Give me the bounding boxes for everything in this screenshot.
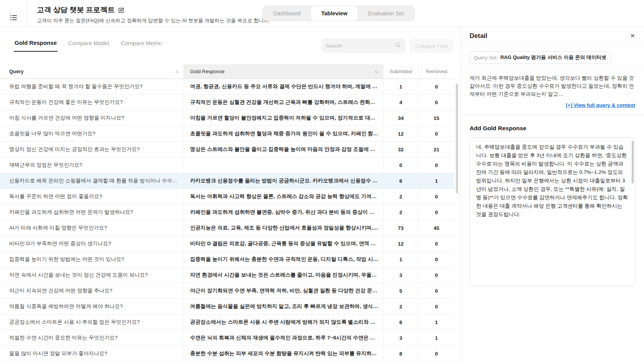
view-full-query-link[interactable]: [+] View full query & context: [566, 102, 635, 108]
close-icon[interactable]: ✕: [630, 33, 635, 39]
view-switcher: Dashboard Tableview Evaluation Set: [263, 6, 415, 21]
gold-response-cell: 인공지능은 의료, 교육, 제조 등 다양한 산업에서 효율성과 정밀성을 향상…: [184, 220, 383, 236]
divider: [460, 69, 644, 69]
gold-response-cell: 수면은 뇌의 회복과 신체의 재생에 필수적인 과정으로, 하루 7~8시간의 …: [184, 330, 383, 346]
gold-response-textarea[interactable]: 네, 주택담보대출을 중도에 갚으실 경우 수수료가 부과될 수 있습니다. 보…: [470, 138, 635, 286]
submitted-cell: 5: [383, 283, 419, 298]
query-cell: 적절한 수면 시간이 중요한 이유는 무엇인가요?: [0, 330, 184, 346]
table-row[interactable]: 아침 식사를 거르면 건강에 어떤 영향을 미치나요?아침을 거르면 혈당이 불…: [0, 110, 454, 126]
table-row[interactable]: 신용카드로 해외 온라인 쇼핑몰에서 결제할 때 환율 적용 방식이나 수수료 …: [0, 173, 454, 189]
table-row[interactable]: 규칙적인 운동이 건강에 좋은 이유는 무엇인가요?규칙적인 운동은 심혈관 건…: [0, 95, 454, 110]
submitted-cell: 6: [383, 314, 419, 330]
column-header-query: Query: [9, 69, 24, 74]
query-set-chip: Query Set: RAG Quality 평가용 서비스 이용 문의 데이터…: [470, 51, 611, 64]
removed-cell: 1: [419, 173, 454, 188]
gold-response-cell: 카카오뱅크 신용점수를 올리는 방법이 궁금하시군요. 카카오뱅크에서 신용점수…: [184, 173, 383, 188]
tab-compare-metric[interactable]: Compare Metric: [120, 39, 163, 52]
search-icon: [395, 42, 401, 49]
removed-cell: 0: [419, 205, 454, 220]
submitted-cell: 32: [383, 142, 419, 157]
tab-compare-model[interactable]: Compare Model: [67, 39, 110, 52]
column-header-removed: Removed: [419, 64, 454, 79]
submitted-cell: 3: [383, 330, 419, 346]
submitted-cell: 6: [383, 173, 419, 188]
gold-response-cell: 여름철에는 음식물을 실온에 방치하지 말고, 조리 후 빠르게 냉장 보관하며…: [184, 299, 383, 314]
table-scrollbar[interactable]: [456, 84, 458, 193]
removed-cell: 0: [419, 252, 454, 267]
column-header-gold-response: Gold Response: [190, 69, 225, 74]
edit-pencil-icon[interactable]: [118, 7, 125, 13]
tab-gold-response[interactable]: Gold Response: [14, 39, 58, 52]
table-row[interactable]: 집중력을 높이기 위한 방법에는 어떤 것이 있나요?집중력을 높이기 위해서는…: [0, 252, 454, 267]
table-row[interactable]: 명상이 정신 건강에 미치는 긍정적인 효과는 무엇인가요?명상은 스트레스와 …: [0, 142, 454, 157]
tab-tableview[interactable]: Tableview: [311, 6, 358, 21]
search-input-wrapper: [321, 38, 406, 53]
query-cell: 물을 많이 마시면 정말 피부가 좋아지나요?: [0, 346, 184, 361]
page-subtitle: 고객이 자주 묻는 질문(FAQ)에 신속하고 정확하게 답변할 수 있는 AI…: [37, 17, 270, 24]
query-set-label: Query Set:: [474, 55, 498, 61]
query-cell: 아침 식사를 거르면 건강에 어떤 영향을 미치나요?: [0, 110, 184, 126]
removed-cell: 0: [419, 157, 454, 173]
detail-panel: Detail ✕ Query Set: RAG Quality 평가용 서비스 …: [460, 27, 644, 362]
tab-evaluation-set[interactable]: Evaluation Set: [358, 6, 414, 21]
add-gold-response-title: Add Gold Response: [470, 125, 635, 132]
removed-cell: 0: [419, 95, 454, 110]
collapse-filter-button[interactable]: Collapse Filter: [409, 39, 454, 53]
query-preview-text: 제가 최근에 주택담보대출을 받았는데, 생각보다 빨리 상환할 수 있을 것 …: [470, 74, 635, 98]
textarea-scrollbar[interactable]: [632, 141, 634, 183]
gold-response-cell: 비타민 D 결핍은 피로감, 골다공증, 근육통 등의 증상을 유발할 수 있으…: [184, 236, 383, 251]
sort-icon-gold-response[interactable]: ↑↓: [375, 69, 378, 74]
gold-response-cell: 독서는 어휘력과 사고력 향상은 물론, 스트레스 감소와 공감 능력 향상에도…: [184, 189, 383, 204]
gold-response-cell: 여권, 항공권, 신용카드 등 주요 서류와 결제 수단은 반드시 챙겨야 하며…: [184, 79, 383, 94]
gold-response-cell: 야근이 장기화되면 수면 부족, 면역력 저하, 비만, 심혈관 질환 등 다양…: [184, 283, 383, 298]
table-row[interactable]: 재택근무의 장점은 무엇인가요?00: [0, 157, 454, 173]
query-cell: 초콜릿을 너무 많이 먹으면 어떤가요?: [0, 126, 184, 141]
gold-response-cell: 아침을 거르면 혈당이 불안정해지고 집중력이 저하될 수 있으며, 장기적으로…: [184, 110, 383, 126]
table-body: 유럽 여행을 준비할 때 꼭 챙겨야 할 필수품은 무엇인가요?여권, 항공권,…: [0, 79, 454, 362]
submitted-cell: 2: [383, 189, 419, 204]
table-row[interactable]: 자연 속에서 시간을 보내는 것이 정신 건강에 도움이 되나요?자연 환경에서…: [0, 267, 454, 283]
divider: [460, 115, 644, 115]
removed-cell: 0: [419, 126, 454, 141]
gold-response-cell: 공공장소에서는 스마트폰 사용 시 주변 사람에게 방해가 되지 않도록 벨소리…: [184, 314, 383, 330]
query-cell: 공공장소에서 스마트폰 사용 시 주의할 점은 무엇인가요?: [0, 314, 184, 330]
query-cell: AI가 미래 사회에 미칠 영향은 무엇인가요?: [0, 220, 184, 236]
sub-tabs: Gold Response Compare Model Compare Metr…: [14, 39, 162, 52]
gold-response-cell: 충분한 수분 섭취는 피부 세포의 수분 함량을 유지시켜 탄력 있는 피부를 …: [184, 346, 383, 361]
query-cell: 자연 속에서 시간을 보내는 것이 정신 건강에 도움이 되나요?: [0, 267, 184, 283]
submitted-cell: 3: [383, 267, 419, 283]
table-row[interactable]: 초콜릿을 너무 많이 먹으면 어떤가요?초콜릿을 과도하게 섭취하면 혈당과 체…: [0, 126, 454, 142]
removed-cell: 0: [419, 267, 454, 283]
gold-response-cell: 초콜릿을 과도하게 섭취하면 혈당과 체중 증가의 원인이 될 수 있으며, 카…: [184, 126, 383, 141]
detail-panel-title: Detail: [470, 32, 487, 40]
table-row[interactable]: AI가 미래 사회에 미칠 영향은 무엇인가요?인공지능은 의료, 교육, 제조…: [0, 220, 454, 236]
table-row[interactable]: 공공장소에서 스마트폰 사용 시 주의할 점은 무엇인가요?공공장소에서는 스마…: [0, 314, 454, 330]
table-section: Gold Response Compare Model Compare Metr…: [0, 27, 460, 362]
removed-cell: 0: [419, 189, 454, 204]
removed-cell: 0: [419, 283, 454, 298]
removed-cell: 0: [419, 346, 454, 361]
removed-cell: 21: [419, 142, 454, 157]
table-row[interactable]: 카페인을 과도하게 섭취하면 어떤 문제가 발생하나요?카페인을 과도하게 섭취…: [0, 205, 454, 220]
table-row[interactable]: 여름철 식중독을 예방하려면 어떻게 해야 하나요?여름철에는 음식물을 실온에…: [0, 299, 454, 314]
table-row[interactable]: 적절한 수면 시간이 중요한 이유는 무엇인가요?수면은 뇌의 회복과 신체의 …: [0, 330, 454, 346]
table-row[interactable]: 야근이 지속되면 건강에 어떤 영향을 주나요?야근이 장기화되면 수면 부족,…: [0, 283, 454, 299]
removed-cell: 0: [419, 299, 454, 314]
table-row[interactable]: 유럽 여행을 준비할 때 꼭 챙겨야 할 필수품은 무엇인가요?여권, 항공권,…: [0, 79, 454, 95]
query-cell: 비타민 D가 부족하면 어떤 증상이 생기나요?: [0, 236, 184, 251]
table-row[interactable]: 비타민 D가 부족하면 어떤 증상이 생기나요?비타민 D 결핍은 피로감, 골…: [0, 236, 454, 252]
search-input[interactable]: [326, 43, 395, 49]
app-header: 고객 상담 챗봇 프로젝트 고객이 자주 묻는 질문(FAQ)에 신속하고 정확…: [0, 0, 644, 27]
tab-dashboard[interactable]: Dashboard: [263, 6, 311, 21]
table-row[interactable]: 독서를 꾸준히 하면 어떤 점이 좋을까요?독서는 어휘력과 사고력 향상은 물…: [0, 189, 454, 205]
query-cell: 독서를 꾸준히 하면 어떤 점이 좋을까요?: [0, 189, 184, 204]
table-header-row: Query ↑↓ Gold Response ↑↓ Submitted Remo…: [0, 64, 454, 79]
sort-icon-query[interactable]: ↑↓: [175, 69, 178, 74]
left-rail: [0, 0, 28, 26]
removed-cell: 45: [419, 220, 454, 236]
submitted-cell: 1: [383, 252, 419, 267]
column-header-submitted: Submitted: [383, 64, 419, 79]
table-row[interactable]: 물을 많이 마시면 정말 피부가 좋아지나요?충분한 수분 섭취는 피부 세포의…: [0, 346, 454, 362]
removed-cell: 1: [419, 314, 454, 330]
list-menu-icon[interactable]: [9, 8, 18, 26]
